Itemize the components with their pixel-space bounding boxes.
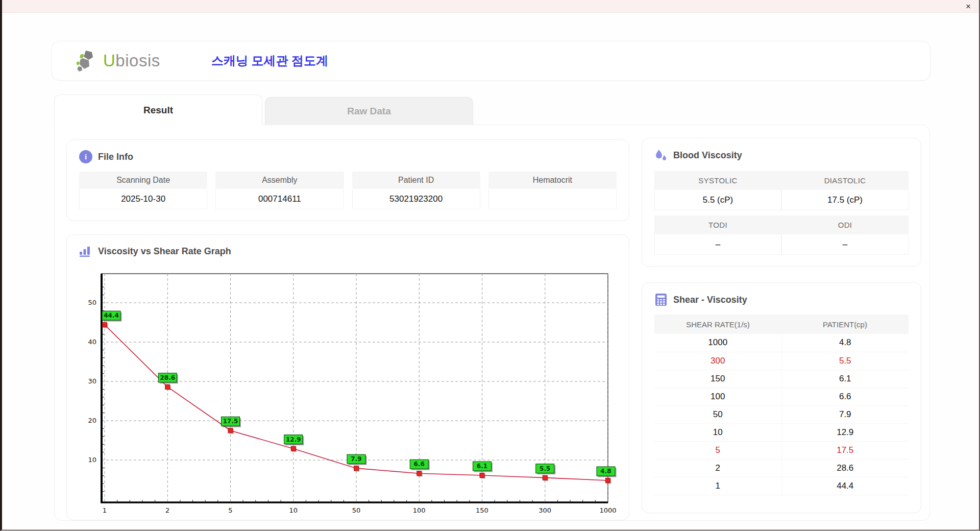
bv-value-cell: 17.5 (cP) — [781, 190, 909, 210]
bv-value-cell: – — [781, 234, 909, 255]
close-icon[interactable]: × — [966, 2, 971, 11]
app-title: 스캐닝 모세관 점도계 — [211, 53, 328, 69]
graph-title: Viscosity vs Shear Rate Graph — [98, 246, 231, 257]
ubiosis-logo-icon — [77, 50, 100, 72]
svg-text:17.5: 17.5 — [223, 418, 238, 425]
shear-rate-cell: 1000 — [654, 334, 781, 352]
svg-text:2: 2 — [165, 506, 169, 514]
svg-text:300: 300 — [538, 506, 551, 514]
svg-text:5.5: 5.5 — [540, 465, 550, 472]
patient-viscosity-cell: 6.1 — [781, 370, 909, 388]
info-icon: i — [79, 150, 92, 163]
shear-table-row: 1506.1 — [654, 370, 909, 388]
svg-text:100: 100 — [413, 506, 426, 514]
field-label: Assembly — [215, 172, 344, 189]
patient-viscosity-cell: 17.5 — [781, 441, 909, 459]
bar-chart-icon — [79, 245, 92, 257]
file-info-field: Scanning Date2025-10-30 — [79, 172, 207, 209]
field-label: Scanning Date — [79, 172, 207, 189]
svg-text:12.9: 12.9 — [286, 436, 301, 443]
patient-viscosity-cell: 4.8 — [781, 334, 909, 352]
bv-header-cell: SYSTOLIC — [654, 171, 781, 190]
shear-viscosity-table: SHEAR RATE(1/s) PATIENT(cp) 10004.83005.… — [654, 315, 909, 495]
svg-text:4.8: 4.8 — [600, 468, 611, 475]
shear-col-header-rate: SHEAR RATE(1/s) — [654, 315, 781, 334]
file-info-title: File Info — [98, 152, 133, 162]
shear-table-row: 507.9 — [654, 405, 909, 423]
shear-viscosity-title: Shear - Viscosity — [673, 295, 747, 305]
blood-viscosity-block: SYSTOLICDIASTOLIC5.5 (cP)17.5 (cP) — [654, 171, 909, 210]
svg-text:5: 5 — [228, 506, 232, 514]
field-value: 2025-10-30 — [79, 189, 207, 209]
shear-col-header-patient: PATIENT(cp) — [781, 315, 909, 334]
shear-rate-cell: 150 — [654, 370, 781, 388]
svg-text:6.6: 6.6 — [414, 461, 425, 468]
file-info-field: Hematocrit — [488, 172, 617, 209]
shear-rate-cell: 5 — [654, 441, 781, 459]
svg-text:10: 10 — [88, 456, 96, 464]
patient-viscosity-cell: 12.9 — [781, 423, 909, 441]
tab-raw-data[interactable]: Raw Data — [265, 97, 473, 125]
tab-result[interactable]: Result — [54, 94, 262, 125]
bv-header-cell: DIASTOLIC — [781, 171, 909, 190]
shear-viscosity-card: Shear - Viscosity SHEAR RATE(1/s) PATIEN… — [642, 282, 921, 513]
file-info-fields: Scanning Date2025-10-30Assembly000714611… — [67, 168, 629, 209]
shear-table-row: 3005.5 — [654, 352, 909, 370]
patient-viscosity-cell: 6.6 — [781, 388, 909, 405]
patient-viscosity-cell: 5.5 — [781, 352, 909, 370]
bv-value-cell: – — [654, 234, 781, 255]
viscosity-chart: 10203040501251050100150300100044.428.617… — [76, 267, 620, 517]
result-tab-panel: i File Info Scanning Date2025-10-30Assem… — [54, 125, 930, 521]
window-titlebar: × — [2, 0, 979, 13]
shear-table-row: 517.5 — [654, 441, 909, 459]
blood-viscosity-card: Blood Viscosity SYSTOLICDIASTOLIC5.5 (cP… — [642, 138, 921, 267]
ubiosis-logo: Ubiosis — [77, 50, 160, 72]
svg-text:1: 1 — [103, 506, 107, 514]
shear-rate-cell: 10 — [654, 423, 781, 441]
shear-rate-cell: 300 — [654, 352, 781, 370]
bv-value-cell: 5.5 (cP) — [654, 190, 781, 210]
shear-table-row: 1006.6 — [654, 388, 909, 405]
app-window: × Ubiosis 스캐닝 모세관 점도계 Result Raw Data i … — [0, 0, 980, 531]
blood-viscosity-block: TODIODI–– — [654, 215, 909, 255]
field-label: Hematocrit — [488, 172, 617, 189]
field-value — [488, 189, 617, 209]
viscosity-graph-card: Viscosity vs Shear Rate Graph 1020304050… — [66, 234, 629, 520]
svg-text:1000: 1000 — [599, 506, 616, 514]
bv-header-cell: TODI — [654, 215, 781, 234]
svg-text:40: 40 — [88, 338, 96, 346]
shear-table-row: 10004.8 — [654, 334, 909, 352]
shear-table-row: 144.4 — [654, 477, 909, 495]
svg-text:50: 50 — [352, 506, 361, 514]
field-label: Patient ID — [352, 172, 480, 189]
bv-header-cell: ODI — [781, 215, 909, 234]
tab-bar: Result Raw Data — [54, 94, 473, 125]
svg-text:6.1: 6.1 — [477, 463, 487, 470]
shear-rate-cell: 50 — [654, 405, 781, 423]
shear-table-row: 1012.9 — [654, 423, 909, 441]
svg-text:20: 20 — [88, 417, 96, 424]
shear-table-row: 228.6 — [654, 459, 909, 477]
shear-rate-cell: 100 — [654, 388, 781, 405]
field-value: 53021923200 — [352, 189, 480, 209]
shear-rate-cell: 2 — [654, 459, 781, 477]
svg-text:150: 150 — [476, 506, 488, 514]
logo-text: Ubiosis — [103, 51, 160, 70]
svg-text:7.9: 7.9 — [351, 455, 361, 463]
shear-rate-cell: 1 — [654, 477, 781, 495]
field-value: 000714611 — [215, 189, 344, 209]
file-info-field: Assembly000714611 — [215, 172, 344, 209]
blood-viscosity-table: SYSTOLICDIASTOLIC5.5 (cP)17.5 (cP)TODIOD… — [642, 167, 921, 255]
svg-text:30: 30 — [88, 377, 96, 385]
svg-text:44.4: 44.4 — [104, 312, 119, 319]
patient-viscosity-cell: 28.6 — [781, 459, 909, 477]
patient-viscosity-cell: 44.4 — [781, 477, 909, 495]
svg-text:50: 50 — [88, 299, 96, 306]
header-card: Ubiosis 스캐닝 모세관 점도계 — [52, 41, 930, 81]
blood-viscosity-title: Blood Viscosity — [673, 150, 742, 161]
file-info-card: i File Info Scanning Date2025-10-30Assem… — [66, 139, 629, 221]
patient-viscosity-cell: 7.9 — [781, 405, 909, 423]
table-grid-icon — [654, 293, 668, 306]
svg-text:28.6: 28.6 — [160, 374, 175, 381]
file-info-field: Patient ID53021923200 — [352, 172, 480, 209]
